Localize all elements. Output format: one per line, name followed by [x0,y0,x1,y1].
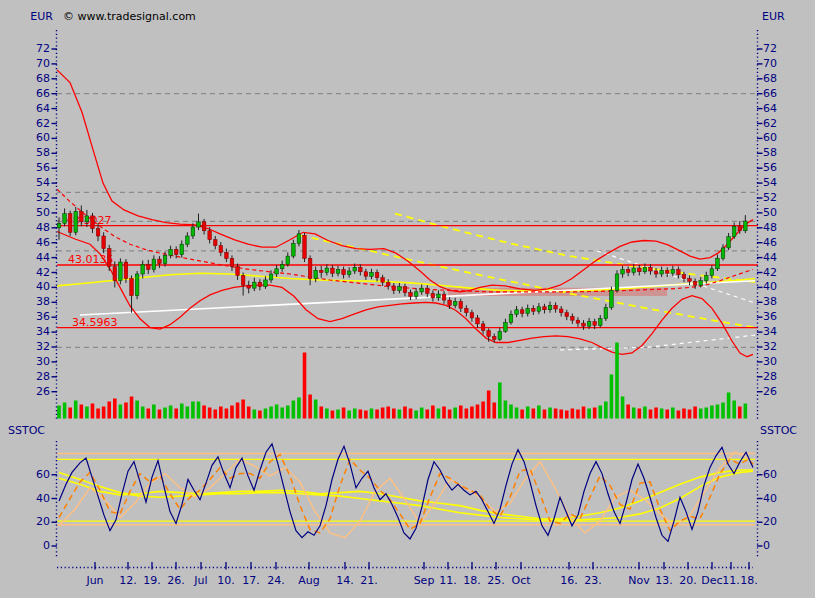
volume-bar [403,407,407,419]
volume-bar [186,407,190,419]
candle-up [275,269,279,274]
volume-bar [721,403,725,419]
volume-bar [476,405,480,419]
volume-bar [174,409,178,419]
volume-bar [465,409,469,419]
candle-up [515,310,519,314]
volume-bar [688,410,692,419]
candle-up [135,274,139,296]
volume-bar [615,343,619,419]
candle-down [107,249,111,267]
candle-down [470,313,474,318]
candle-up [604,308,608,319]
volume-bar [381,408,385,419]
candle-down [130,278,134,295]
candle-down [431,293,435,297]
main-chart-svg[interactable] [0,0,815,598]
candle-down [102,236,106,249]
candle-down [146,264,150,269]
candle-down [565,313,569,317]
volume-bar [470,407,474,419]
volume-bar [593,408,597,419]
volume-bar [487,391,491,419]
volume-bar [213,410,217,419]
candle-down [571,316,575,320]
candle-down [236,267,240,276]
candle-down [520,310,524,314]
volume-bar [297,398,301,419]
candle-down [174,249,178,254]
candle-up [197,222,201,227]
candle-down [403,287,407,293]
volume-bar [303,353,307,419]
volume-bar [68,408,72,419]
volume-bar [582,407,586,419]
candle-down [230,258,234,266]
volume-bar [660,409,664,419]
candle-down [688,278,692,281]
candle-up [264,280,268,287]
volume-bar [280,408,284,419]
candle-up [325,268,329,272]
candle-down [487,331,491,337]
volume-bar [208,408,212,419]
volume-bar [130,397,134,419]
chart-window: EUR © www.tradesignal.com EUR SSTOC SSTO… [0,0,815,598]
candle-up [180,244,184,254]
candle-down [409,293,413,297]
candle-down [582,323,586,326]
volume-bar [113,399,117,419]
candle-up [85,216,89,222]
volume-bar [682,409,686,419]
volume-bar [102,407,106,419]
volume-bar [219,407,223,419]
candle-up [74,211,78,232]
candle-down [96,229,100,236]
volume-bar [135,401,139,419]
volume-bar [258,411,262,419]
volume-bar [716,405,720,419]
volume-bar [292,401,296,419]
candle-up [537,307,541,311]
candle-down [677,270,681,275]
candle-down [559,309,563,313]
candle-up [744,221,748,231]
volume-bar [744,404,748,419]
volume-bar [442,407,446,419]
volume-bar [236,403,240,419]
candle-up [727,237,731,248]
candle-down [213,240,217,246]
volume-bar [375,410,379,419]
volume-bar [727,393,731,419]
candle-up [398,287,402,291]
volume-bar [425,410,429,419]
candle-down [80,211,84,221]
candle-down [91,216,95,229]
volume-bar [163,408,167,419]
volume-bar [732,401,736,419]
candle-down [319,270,323,272]
candle-down [476,318,480,324]
candle-down [359,267,363,271]
volume-bar [437,409,441,419]
volume-bar [85,407,89,419]
candle-up [191,227,195,236]
volume-bar [409,409,413,419]
volume-bar [632,408,636,419]
candle-down [576,320,580,323]
candle-up [186,236,190,244]
candle-up [504,322,508,331]
volume-bar [520,410,524,419]
volume-bar [286,406,290,419]
volume-bar [124,403,128,419]
candle-down [649,267,653,271]
volume-bar [119,405,123,419]
candle-up [63,214,67,224]
volume-bar [107,402,111,419]
volume-bar [241,400,245,419]
candle-down [375,273,379,278]
candle-down [208,231,212,240]
candle-up [370,273,374,277]
volume-bar [481,402,485,419]
volume-bar [74,401,78,419]
